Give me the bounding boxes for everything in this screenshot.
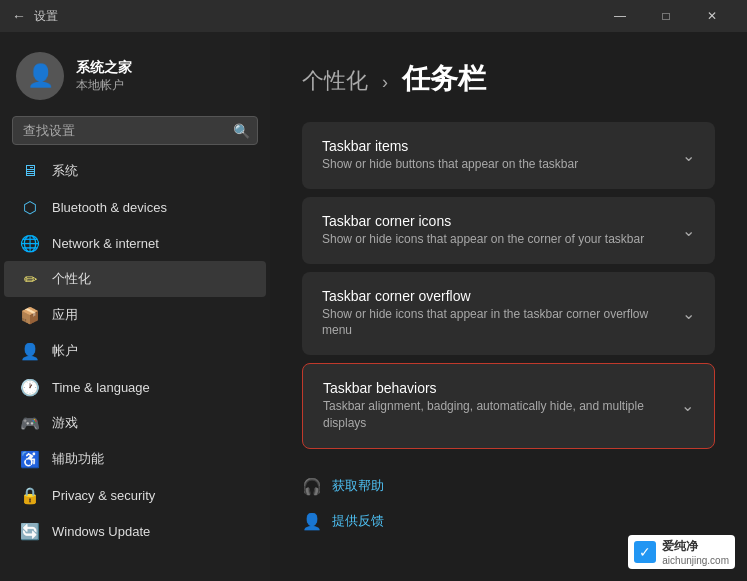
sidebar-item-label: Bluetooth & devices (52, 200, 167, 215)
titlebar: ← 设置 — □ ✕ (0, 0, 747, 32)
card-desc: Show or hide icons that appear on the co… (322, 231, 670, 248)
settings-card-taskbar-items[interactable]: Taskbar items Show or hide buttons that … (302, 122, 715, 189)
footer-link-help[interactable]: 🎧 获取帮助 (302, 469, 715, 504)
sidebar-item-label: Windows Update (52, 524, 150, 539)
minimize-button[interactable]: — (597, 0, 643, 32)
watermark: ✓ 爱纯净 aichunjing.com (628, 535, 735, 569)
settings-card-taskbar-corner-overflow[interactable]: Taskbar corner overflow Show or hide ico… (302, 272, 715, 356)
sidebar-item-personalization[interactable]: ✏ 个性化 (4, 261, 266, 297)
help-link-icon: 🎧 (302, 477, 322, 496)
page-header: 个性化 › 任务栏 (302, 60, 715, 98)
time-icon: 🕐 (20, 377, 40, 397)
network-icon: 🌐 (20, 233, 40, 253)
user-subtitle: 本地帐户 (76, 77, 132, 94)
sidebar-item-label: 应用 (52, 306, 78, 324)
user-name: 系统之家 (76, 59, 132, 77)
footer-links: 🎧 获取帮助 👤 提供反馈 (302, 469, 715, 539)
accounts-icon: 👤 (20, 341, 40, 361)
sidebar-item-label: Privacy & security (52, 488, 155, 503)
watermark-text: 爱纯净 aichunjing.com (662, 538, 729, 566)
breadcrumb: 个性化 (302, 66, 368, 96)
sidebar: 👤 系统之家 本地帐户 🔍 🖥 系统 ⬡ Bluetooth & devices… (0, 32, 270, 581)
settings-card-taskbar-behaviors[interactable]: Taskbar behaviors Taskbar alignment, bad… (302, 363, 715, 449)
card-title: Taskbar items (322, 138, 670, 154)
close-button[interactable]: ✕ (689, 0, 735, 32)
card-title: Taskbar corner overflow (322, 288, 670, 304)
update-icon: 🔄 (20, 521, 40, 541)
settings-cards: Taskbar items Show or hide buttons that … (302, 122, 715, 449)
search-icon: 🔍 (233, 123, 250, 139)
accessibility-icon: ♿ (20, 449, 40, 469)
card-desc: Taskbar alignment, badging, automaticall… (323, 398, 669, 432)
sidebar-item-accounts[interactable]: 👤 帐户 (4, 333, 266, 369)
sidebar-item-label: 游戏 (52, 414, 78, 432)
watermark-logo: ✓ (634, 541, 656, 563)
card-chevron-icon: ⌄ (681, 396, 694, 415)
sidebar-item-label: 个性化 (52, 270, 91, 288)
card-chevron-icon: ⌄ (682, 304, 695, 323)
search-box: 🔍 (12, 116, 258, 145)
card-chevron-icon: ⌄ (682, 221, 695, 240)
bluetooth-icon: ⬡ (20, 197, 40, 217)
card-chevron-icon: ⌄ (682, 146, 695, 165)
personalization-icon: ✏ (20, 269, 40, 289)
sidebar-item-update[interactable]: 🔄 Windows Update (4, 513, 266, 549)
card-title: Taskbar behaviors (323, 380, 669, 396)
privacy-icon: 🔒 (20, 485, 40, 505)
card-title: Taskbar corner icons (322, 213, 670, 229)
sidebar-item-label: 帐户 (52, 342, 78, 360)
sidebar-item-system[interactable]: 🖥 系统 (4, 153, 266, 189)
sidebar-item-apps[interactable]: 📦 应用 (4, 297, 266, 333)
search-input[interactable] (12, 116, 258, 145)
user-info: 系统之家 本地帐户 (76, 59, 132, 94)
maximize-button[interactable]: □ (643, 0, 689, 32)
sidebar-item-accessibility[interactable]: ♿ 辅助功能 (4, 441, 266, 477)
feedback-link-icon: 👤 (302, 512, 322, 531)
nav-list: 🖥 系统 ⬡ Bluetooth & devices 🌐 Network & i… (0, 153, 270, 549)
avatar: 👤 (16, 52, 64, 100)
main-content: 个性化 › 任务栏 Taskbar items Show or hide but… (270, 32, 747, 581)
breadcrumb-chevron: › (382, 72, 388, 93)
page-title: 任务栏 (402, 60, 486, 98)
sidebar-item-time[interactable]: 🕐 Time & language (4, 369, 266, 405)
app-title: 设置 (34, 8, 597, 25)
sidebar-item-label: Network & internet (52, 236, 159, 251)
settings-card-taskbar-corner-icons[interactable]: Taskbar corner icons Show or hide icons … (302, 197, 715, 264)
system-icon: 🖥 (20, 161, 40, 181)
window-controls: — □ ✕ (597, 0, 735, 32)
sidebar-item-label: 辅助功能 (52, 450, 104, 468)
gaming-icon: 🎮 (20, 413, 40, 433)
card-desc: Show or hide icons that appear in the ta… (322, 306, 670, 340)
back-button[interactable]: ← (12, 8, 26, 24)
card-desc: Show or hide buttons that appear on the … (322, 156, 670, 173)
sidebar-item-privacy[interactable]: 🔒 Privacy & security (4, 477, 266, 513)
app-body: 👤 系统之家 本地帐户 🔍 🖥 系统 ⬡ Bluetooth & devices… (0, 32, 747, 581)
user-section[interactable]: 👤 系统之家 本地帐户 (0, 40, 270, 116)
sidebar-item-bluetooth[interactable]: ⬡ Bluetooth & devices (4, 189, 266, 225)
sidebar-item-network[interactable]: 🌐 Network & internet (4, 225, 266, 261)
sidebar-item-gaming[interactable]: 🎮 游戏 (4, 405, 266, 441)
apps-icon: 📦 (20, 305, 40, 325)
sidebar-item-label: 系统 (52, 162, 78, 180)
footer-link-label: 提供反馈 (332, 512, 384, 530)
footer-link-feedback[interactable]: 👤 提供反馈 (302, 504, 715, 539)
sidebar-item-label: Time & language (52, 380, 150, 395)
footer-link-label: 获取帮助 (332, 477, 384, 495)
